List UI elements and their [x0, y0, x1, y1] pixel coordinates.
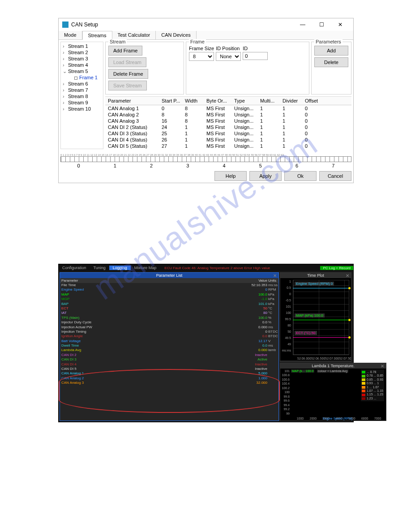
time-plot[interactable]: 10.50-0.510110099.5805049.549ms:ms 52:06…: [280, 278, 351, 360]
add-frame-button[interactable]: Add Frame: [108, 46, 142, 56]
add-parameter-button[interactable]: Add: [314, 46, 348, 56]
app-menubar: ConfigurationTuningLoggingMixture Map EC…: [59, 264, 353, 271]
stream-legend: Stream: [108, 39, 127, 44]
tree-item[interactable]: Stream 6: [62, 81, 102, 87]
tab-bar: ModeStreamsTest CalculatorCAN Devices: [59, 31, 353, 40]
param-row[interactable]: Batt Voltage12.17V: [60, 339, 278, 343]
menu-item[interactable]: Tuning: [90, 266, 109, 270]
parameter-grid[interactable]: ParameterStart P...WidthByte Or...TypeMu…: [105, 96, 351, 149]
close-icon[interactable]: ✕: [381, 364, 384, 369]
param-row[interactable]: CAN DI 2Inactive: [60, 353, 278, 357]
param-row[interactable]: ECT50°C: [60, 306, 278, 311]
tree-item[interactable]: Stream 9: [62, 99, 102, 106]
param-row[interactable]: Injection Actual PW0.000ms: [60, 325, 278, 330]
param-row[interactable]: Lambda Avg0.000lamb: [60, 348, 278, 352]
tree-item[interactable]: Stream 7: [62, 87, 102, 93]
load-stream-button[interactable]: Load Stream: [108, 57, 146, 67]
titlebar: CAN Setup — ☐ ✕: [59, 18, 353, 31]
app-icon: [62, 21, 68, 28]
param-row[interactable]: CAN DI 4Inactive: [60, 362, 278, 367]
cancel-button[interactable]: Cancel: [319, 171, 351, 181]
time-plot-title: Time Plot: [307, 273, 324, 278]
param-row[interactable]: CAN Analog 332.000: [60, 381, 278, 385]
param-row[interactable]: CAN Analog 15.000: [60, 371, 278, 376]
grid-row[interactable]: CAN Analog 3168MS FirstUnsign...110: [105, 118, 351, 124]
param-row[interactable]: CAN DI 5Inactive: [60, 367, 278, 371]
grid-header[interactable]: Width: [185, 97, 206, 104]
grid-header[interactable]: Parameter: [108, 97, 162, 104]
menu-item[interactable]: Mixture Map: [131, 266, 160, 270]
menu-item[interactable]: Logging: [109, 266, 131, 270]
grid-row[interactable]: CAN DI 2 (Status)241MS FirstUnsign...110: [105, 124, 351, 130]
tree-item[interactable]: Stream 3: [62, 56, 102, 62]
param-row[interactable]: Dwell Time0.0ms: [60, 343, 278, 348]
bit-ruler: 0 1 2 3 4 5 6 7 8 9 10 11 12 13 14 15 16…: [60, 154, 351, 168]
param-row[interactable]: CAN DI 3Active: [60, 357, 278, 362]
frame-group: Frame Frame Size 8 ID Position None ID: [186, 42, 309, 94]
param-row[interactable]: Injector Duty Cycle0.0%: [60, 320, 278, 325]
param-row[interactable]: MAP100.0kPa: [60, 292, 278, 297]
param-row[interactable]: CAN Analog 21.000: [60, 376, 278, 381]
tree-item[interactable]: Stream 10: [62, 106, 102, 112]
param-row[interactable]: Ignition Angle0.0BTDC: [60, 334, 278, 339]
tree-item[interactable]: Stream 2: [62, 49, 102, 56]
tab-test-calculator[interactable]: Test Calculator: [112, 31, 156, 39]
param-row[interactable]: MGP-1.0kPa: [60, 297, 278, 301]
grid-row[interactable]: CAN DI 5 (Status)271MS FirstUnsign...110: [105, 143, 351, 149]
lambda-legend: ... 0.780.78 ... 0.850.85 ... 0.930.93 .…: [361, 369, 384, 401]
pc-log-status: PC Log = Record: [320, 266, 353, 270]
id-position-select[interactable]: None: [216, 52, 241, 61]
grid-header[interactable]: Start P...: [162, 97, 185, 104]
lambda-sample-label: MAP (k... 100.0: [291, 369, 314, 373]
apply-button[interactable]: Apply: [249, 171, 282, 181]
param-row[interactable]: Injection Timing0BTDC: [60, 330, 278, 334]
tree-item[interactable]: Stream 8: [62, 93, 102, 99]
grid-header[interactable]: Divider: [283, 97, 305, 104]
delete-parameter-button[interactable]: Delete: [314, 57, 348, 67]
param-row[interactable]: Engine Speed0RPM: [60, 287, 278, 292]
tree-item[interactable]: Stream 1: [62, 43, 102, 49]
grid-header[interactable]: Offset: [305, 97, 327, 104]
tree-item[interactable]: Stream 5: [62, 68, 102, 74]
save-stream-button[interactable]: Save Stream: [108, 81, 147, 90]
grid-row[interactable]: CAN DI 4 (Status)261MS FirstUnsign...110: [105, 137, 351, 143]
lambda-colour-label: colour = Lambda Avg: [317, 369, 348, 373]
lambda-panel: Lambda 1 Temperature.✕ MAP (k... 100.0 c…: [280, 363, 386, 421]
parameter-list-title: Parameter List: [156, 273, 183, 278]
param-header-units: Units: [267, 279, 277, 283]
param-row[interactable]: IAT80°C: [60, 311, 278, 315]
delete-frame-button[interactable]: Delete Frame: [108, 69, 148, 79]
trace-label: MAP (kPa) 100.0: [295, 313, 325, 317]
trace-label: ECT (°C) 50: [295, 331, 317, 335]
time-plot-panel: Time Plot✕ 10.50-0.510110099.5805049.549…: [280, 272, 351, 362]
close-button[interactable]: ✕: [331, 18, 350, 31]
grid-row[interactable]: CAN Analog 288MS FirstUnsign...110: [105, 112, 351, 118]
tab-can-devices[interactable]: CAN Devices: [156, 31, 196, 39]
stream-tree[interactable]: Stream 1Stream 2Stream 3Stream 4Stream 5…: [60, 42, 103, 149]
param-row[interactable]: File Time52:10.353ms:ss: [60, 283, 278, 287]
grid-row[interactable]: CAN Analog 108MS FirstUnsign...110: [105, 105, 351, 112]
lambda-plot[interactable]: MAP (k... 100.0 colour = Lambda Avg 1011…: [280, 369, 386, 420]
grid-row[interactable]: CAN DI 3 (Status)251MS FirstUnsign...110: [105, 130, 351, 137]
frame-size-select[interactable]: 8: [189, 52, 214, 61]
param-row[interactable]: TPS (Main)100.0%: [60, 316, 278, 320]
grid-header[interactable]: Type: [234, 97, 260, 104]
close-icon[interactable]: ✕: [346, 273, 349, 278]
can-setup-window: CAN Setup — ☐ ✕ ModeStreamsTest Calculat…: [58, 18, 354, 183]
param-row[interactable]: BAP101.0kPa: [60, 302, 278, 306]
fault-banner: ECU Fault Code 46: Analog Temperature 2 …: [160, 266, 320, 270]
grid-header[interactable]: Byte Or...: [206, 97, 234, 104]
ok-button[interactable]: Ok: [284, 171, 317, 181]
grid-header[interactable]: Multi...: [260, 97, 283, 104]
tab-mode[interactable]: Mode: [59, 31, 82, 39]
id-input[interactable]: [243, 52, 268, 60]
tab-streams[interactable]: Streams: [82, 31, 112, 40]
close-icon[interactable]: ✕: [273, 273, 277, 278]
maximize-button[interactable]: ☐: [312, 18, 331, 31]
tree-item[interactable]: Stream 4: [62, 62, 102, 68]
minimize-button[interactable]: —: [293, 18, 312, 31]
tree-child-frame[interactable]: Frame 1: [62, 74, 102, 81]
help-button[interactable]: Help: [214, 171, 247, 181]
menu-item[interactable]: Configuration: [59, 266, 90, 270]
id-label: ID: [243, 46, 268, 51]
